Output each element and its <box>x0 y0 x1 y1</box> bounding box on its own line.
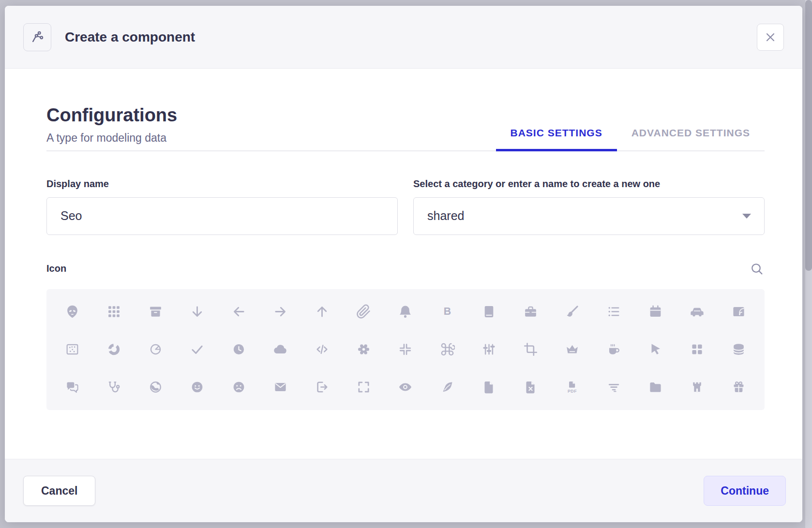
icon-apps[interactable] <box>93 293 135 331</box>
category-select[interactable]: shared <box>413 197 765 235</box>
search-icon[interactable] <box>749 261 765 277</box>
icon-brush[interactable] <box>551 293 593 331</box>
icon-filter[interactable] <box>593 368 635 406</box>
icon-bell[interactable] <box>385 293 426 331</box>
page-subtitle: A type for modeling data <box>46 132 177 145</box>
icon-attachment[interactable] <box>343 293 385 331</box>
icon-clock[interactable] <box>218 331 259 368</box>
icon-arrow-right[interactable] <box>260 293 301 331</box>
icon-bullet-list[interactable] <box>593 293 635 331</box>
icon-cast[interactable] <box>718 293 760 331</box>
component-icon <box>23 23 51 51</box>
page-scrollbar-track <box>805 0 812 528</box>
category-select-value: shared <box>427 209 464 223</box>
category-field-group: Select a category or enter a name to cre… <box>413 178 765 235</box>
icon-code[interactable] <box>301 331 343 368</box>
icon-book[interactable] <box>468 293 510 331</box>
tab-advanced-settings[interactable]: ADVANCED SETTINGS <box>617 127 765 150</box>
icon-chart-bubble[interactable] <box>51 331 93 368</box>
icon-expand[interactable] <box>343 368 385 406</box>
icon-bold[interactable]: B <box>426 293 468 331</box>
icon-calendar[interactable] <box>635 293 677 331</box>
heading-block: Configurations A type for modeling data <box>46 104 177 150</box>
svg-text:B: B <box>443 306 451 318</box>
icon-cloud[interactable] <box>260 331 301 368</box>
icon-file-error[interactable] <box>510 368 551 406</box>
icon-crown[interactable] <box>551 331 593 368</box>
modal-footer: Cancel Continue <box>5 459 802 522</box>
icon-arrow-up[interactable] <box>301 293 343 331</box>
icon-section: Icon BPDF <box>46 261 765 410</box>
icon-dashboard[interactable] <box>677 331 718 368</box>
modal-header: Create a component <box>5 6 802 69</box>
icon-discuss[interactable] <box>51 368 93 406</box>
icon-exit[interactable] <box>301 368 343 406</box>
chevron-down-icon <box>742 213 752 219</box>
display-name-input[interactable] <box>46 197 398 235</box>
category-label: Select a category or enter a name to cre… <box>413 178 765 190</box>
icon-arrow-left[interactable] <box>218 293 259 331</box>
icon-cog[interactable] <box>343 331 385 368</box>
icon-emotion-happy[interactable] <box>176 368 218 406</box>
icon-file[interactable] <box>468 368 510 406</box>
page-title: Configurations <box>46 104 177 127</box>
icon-command[interactable] <box>426 331 468 368</box>
icon-label: Icon <box>46 263 66 274</box>
icon-arrow-down[interactable] <box>176 293 218 331</box>
icon-gift[interactable] <box>718 368 760 406</box>
close-icon <box>765 31 776 43</box>
icon-folder[interactable] <box>635 368 677 406</box>
section-head: Configurations A type for modeling data … <box>46 104 765 151</box>
icon-archive[interactable] <box>135 293 176 331</box>
display-name-field-group: Display name <box>46 178 398 235</box>
icon-cup[interactable] <box>593 331 635 368</box>
icon-feather[interactable] <box>426 368 468 406</box>
icon-crop[interactable] <box>510 331 551 368</box>
icon-earth[interactable] <box>135 368 176 406</box>
icon-check[interactable] <box>176 331 218 368</box>
icon-cursor[interactable] <box>635 331 677 368</box>
icon-envelope[interactable] <box>260 368 301 406</box>
create-component-modal: Create a component Configurations A type… <box>5 6 802 522</box>
form-row: Display name Select a category or enter … <box>46 178 765 235</box>
icon-briefcase[interactable] <box>510 293 551 331</box>
close-button[interactable] <box>757 24 784 51</box>
modal-body: Configurations A type for modeling data … <box>5 69 802 459</box>
continue-button[interactable]: Continue <box>704 476 786 506</box>
icon-grid: BPDF <box>46 289 765 410</box>
icon-gate[interactable] <box>677 368 718 406</box>
icon-chart-pie[interactable] <box>135 331 176 368</box>
tabs: BASIC SETTINGSADVANCED SETTINGS <box>496 127 765 150</box>
icon-chart-circle[interactable] <box>93 331 135 368</box>
tab-basic-settings[interactable]: BASIC SETTINGS <box>496 127 617 150</box>
icon-connector[interactable] <box>468 331 510 368</box>
modal-title: Create a component <box>65 29 195 45</box>
icon-emotion-unhappy[interactable] <box>218 368 259 406</box>
icon-eye[interactable] <box>385 368 426 406</box>
icon-collapse[interactable] <box>385 331 426 368</box>
cancel-button[interactable]: Cancel <box>23 476 95 506</box>
icon-file-pdf[interactable]: PDF <box>551 368 593 406</box>
icon-alien[interactable] <box>51 293 93 331</box>
page-scrollbar-thumb[interactable] <box>805 0 812 271</box>
display-name-label: Display name <box>46 178 398 190</box>
icon-car[interactable] <box>677 293 718 331</box>
icon-head: Icon <box>46 261 765 277</box>
svg-text:PDF: PDF <box>568 389 577 394</box>
icon-database[interactable] <box>718 331 760 368</box>
icon-doctor[interactable] <box>93 368 135 406</box>
